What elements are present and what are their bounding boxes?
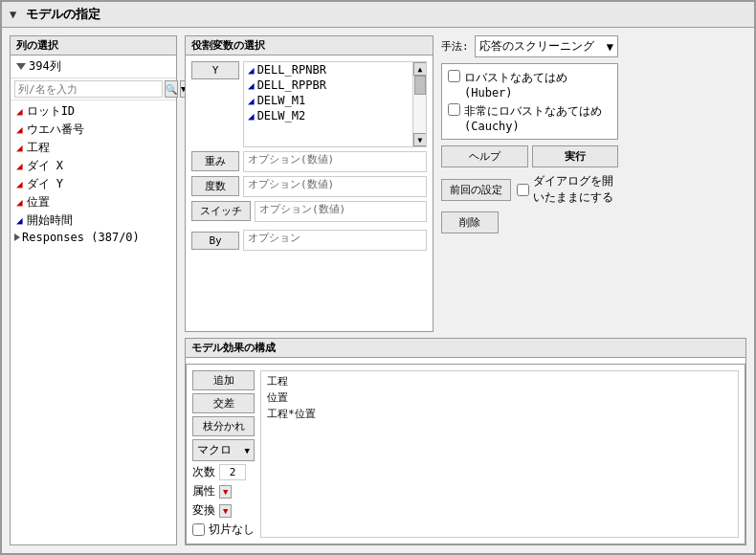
- role-selection-header: 役割変数の選択: [186, 36, 433, 56]
- prev-button[interactable]: 前回の設定: [441, 179, 511, 201]
- freq-list-box: オプション(数値): [243, 176, 427, 197]
- robust-checkbox[interactable]: [448, 70, 460, 82]
- list-item[interactable]: ◢ ダイ X: [11, 157, 176, 175]
- switch-button[interactable]: スイッチ: [191, 201, 251, 221]
- method-row: 手法: 応答のスクリーニング ▼: [441, 35, 618, 57]
- window-title: モデルの指定: [26, 6, 100, 23]
- weight-list-box: オプション(数値): [243, 151, 427, 172]
- col-label: 位置: [27, 194, 50, 211]
- method-dropdown[interactable]: 応答のスクリーニング ▼: [475, 35, 618, 57]
- attr-arrow: ▼: [223, 487, 228, 497]
- responses-expand-row[interactable]: Responses (387/0): [11, 230, 176, 245]
- method-value: 応答のスクリーニング: [479, 38, 594, 55]
- y-item-icon: ◢: [248, 110, 255, 122]
- add-button[interactable]: 追加: [192, 370, 255, 390]
- column-count-row: 394列: [11, 56, 176, 78]
- list-item[interactable]: ◢ 位置: [11, 193, 176, 211]
- y-role-row: Y ◢ DELL_RPNBR ◢ DELL_RPPBR: [191, 61, 427, 147]
- transform-dropdown[interactable]: ▼: [219, 504, 232, 518]
- model-buttons: 追加 交差 枝分かれ マクロ ▼ 次数 属性: [192, 370, 255, 538]
- options-box: ロバストなあてはめ(Huber) 非常にロバストなあてはめ(Cauchy): [441, 63, 618, 140]
- y-item-label: DELW_M1: [257, 94, 306, 107]
- switch-list-box: オプション(数値): [255, 201, 427, 222]
- y-list-box: ◢ DELL_RPNBR ◢ DELL_RPPBR ◢ DELW_M1: [243, 61, 427, 147]
- effect-item[interactable]: 工程: [265, 373, 734, 389]
- method-dropdown-arrow: ▼: [607, 40, 613, 54]
- column-count: 394列: [29, 58, 61, 75]
- list-item[interactable]: ◢ DELW_M1: [244, 93, 426, 108]
- expand-icon: [14, 233, 20, 241]
- degree-label: 次数: [192, 464, 215, 480]
- very-robust-checkbox[interactable]: [448, 103, 460, 116]
- scroll-thumb[interactable]: [414, 76, 426, 95]
- col-label: 開始時間: [27, 212, 73, 229]
- y-scrollbar[interactable]: ▲ ▼: [412, 62, 426, 146]
- y-button[interactable]: Y: [191, 61, 239, 79]
- scroll-track: [413, 76, 426, 133]
- right-panel: 手法: 応答のスクリーニング ▼ ロバストなあてはめ(Huber): [441, 35, 618, 332]
- dropdown-icon[interactable]: [16, 63, 26, 70]
- by-box: オプション: [243, 230, 427, 251]
- list-item[interactable]: ◢ 工程: [11, 139, 176, 157]
- search-input[interactable]: [14, 80, 163, 98]
- list-item[interactable]: ◢ ウエハ番号: [11, 121, 176, 139]
- keep-open-checkbox[interactable]: [517, 184, 529, 196]
- y-item-label: DELW_M2: [257, 109, 306, 122]
- collapse-icon[interactable]: ▼: [10, 8, 16, 21]
- col-icon-red: ◢: [16, 123, 23, 136]
- list-item[interactable]: ◢ 開始時間: [11, 211, 176, 230]
- y-item-label: DELL_RPNBR: [257, 63, 326, 77]
- transform-row: 変換 ▼: [192, 502, 255, 519]
- list-item[interactable]: ◢ ロットID: [11, 102, 176, 121]
- by-label: By: [191, 232, 239, 250]
- freq-button[interactable]: 度数: [191, 176, 239, 196]
- degree-input[interactable]: [219, 464, 246, 480]
- attr-dropdown[interactable]: ▼: [219, 485, 232, 499]
- very-robust-label: 非常にロバストなあてはめ(Cauchy): [464, 103, 611, 133]
- cross-button[interactable]: 交差: [192, 393, 255, 413]
- effect-item[interactable]: 位置: [265, 389, 734, 406]
- list-item[interactable]: ◢ DELL_RPNBR: [244, 62, 426, 78]
- transform-label: 変換: [192, 502, 215, 519]
- method-label: 手法:: [441, 39, 469, 54]
- freq-role-row: 度数 オプション(数値): [191, 176, 427, 197]
- robust-label: ロバストなあてはめ(Huber): [464, 70, 611, 100]
- model-effects-box: 工程 位置 工程*位置: [260, 370, 739, 538]
- list-item[interactable]: ◢ DELW_M2: [244, 108, 426, 123]
- search-button[interactable]: 🔍: [165, 80, 178, 98]
- col-icon-red: ◢: [16, 196, 23, 209]
- scroll-up[interactable]: ▲: [413, 62, 427, 76]
- freq-option-text: オプション(数値): [244, 176, 338, 192]
- search-row: 🔍 ▼: [11, 78, 176, 100]
- keep-open-row: ダイアログを開いたままにする: [517, 173, 618, 206]
- no-intercept-checkbox[interactable]: [192, 523, 205, 536]
- by-option-text: オプション: [244, 230, 304, 246]
- y-item-icon: ◢: [248, 79, 255, 92]
- effect-item[interactable]: 工程*位置: [265, 406, 734, 422]
- attr-label: 属性: [192, 483, 215, 500]
- y-item-icon: ◢: [248, 95, 255, 107]
- run-button[interactable]: 実行: [532, 145, 619, 167]
- col-icon-red: ◢: [16, 105, 23, 118]
- weight-option-text: オプション(数値): [244, 151, 338, 167]
- role-section: Y ◢ DELL_RPNBR ◢ DELL_RPPBR: [186, 56, 433, 331]
- title-bar: ▼ モデルの指定: [2, 2, 754, 28]
- list-item[interactable]: ◢ ダイ Y: [11, 175, 176, 193]
- macro-arrow: ▼: [245, 446, 250, 455]
- switch-role-row: スイッチ オプション(数値): [191, 201, 427, 222]
- y-item-icon: ◢: [248, 64, 255, 77]
- list-item[interactable]: ◢ DELL_RPPBR: [244, 78, 426, 93]
- weight-button[interactable]: 重み: [191, 151, 239, 171]
- responses-label: Responses (387/0): [22, 231, 140, 244]
- remove-button[interactable]: 削除: [441, 211, 499, 233]
- help-button[interactable]: ヘルプ: [441, 145, 528, 167]
- col-icon-red: ◢: [16, 160, 23, 172]
- scroll-down[interactable]: ▼: [413, 133, 427, 146]
- main-content: 列の選択 394列 🔍 ▼ ◢ ロットID ◢ ウエハ番号: [2, 28, 754, 553]
- nest-button[interactable]: 枝分かれ: [192, 416, 255, 436]
- model-effects-panel: モデル効果の構成 追加 交差 枝分かれ マクロ ▼ 次数: [185, 338, 746, 545]
- action-buttons: ヘルプ 実行: [441, 145, 618, 167]
- weight-role-row: 重み オプション(数値): [191, 151, 427, 172]
- macro-dropdown[interactable]: マクロ ▼: [192, 439, 255, 461]
- attr-row: 属性 ▼: [192, 483, 255, 500]
